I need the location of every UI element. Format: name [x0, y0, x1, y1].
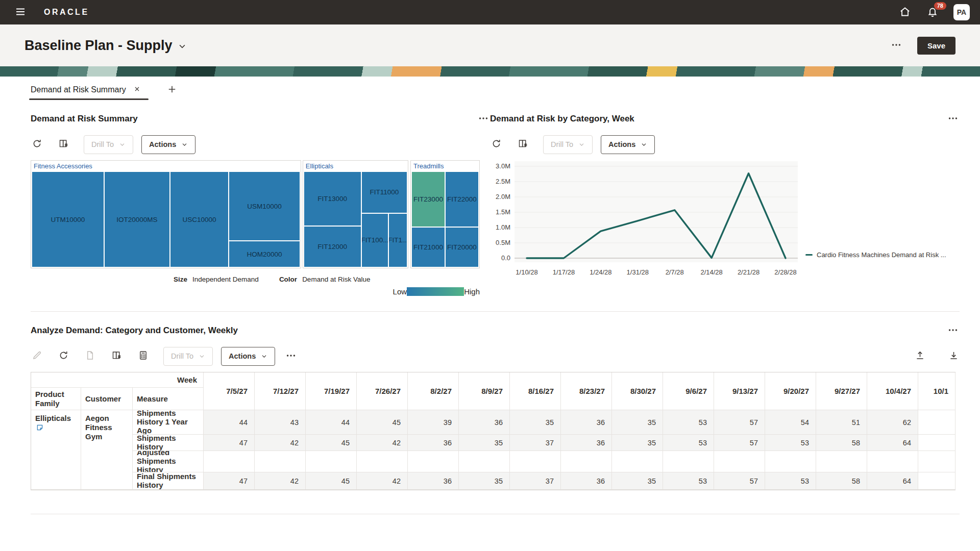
value-cell[interactable]: 42	[255, 472, 306, 490]
value-cell[interactable]: 58	[816, 472, 867, 490]
value-cell[interactable]: 35	[510, 410, 561, 435]
value-cell[interactable]	[918, 410, 955, 435]
measure-label-cell[interactable]: Final Shipments History	[133, 472, 204, 490]
menu-button[interactable]	[13, 5, 28, 19]
treemap-cell[interactable]: FIT11000	[361, 171, 407, 213]
edit-button[interactable]	[31, 350, 43, 362]
notifications-button[interactable]: 78	[926, 6, 939, 19]
value-cell[interactable]	[612, 451, 663, 472]
value-cell[interactable]: 36	[561, 472, 612, 490]
product-family-cell[interactable]: Ellipticals	[31, 410, 81, 490]
value-cell[interactable]: 57	[714, 472, 765, 490]
value-cell[interactable]	[510, 451, 561, 472]
refresh-button[interactable]	[31, 138, 43, 151]
treemap-cell[interactable]: USC10000	[170, 171, 229, 267]
value-cell[interactable]	[663, 451, 714, 472]
upload-button[interactable]	[914, 350, 926, 362]
calculator-button[interactable]	[137, 350, 149, 362]
value-cell[interactable]: 35	[459, 472, 510, 490]
week-column-header[interactable]: 8/16/27	[510, 372, 561, 410]
value-cell[interactable]: 36	[561, 410, 612, 435]
treemap-cell[interactable]: FIT22000	[445, 171, 479, 227]
value-cell[interactable]	[918, 451, 955, 472]
table-overflow-button[interactable]	[946, 324, 960, 337]
treemap-cell[interactable]: USM10000	[229, 171, 300, 241]
value-cell[interactable]: 45	[306, 472, 357, 490]
value-cell[interactable]: 53	[765, 472, 816, 490]
week-column-header[interactable]: 10/1	[918, 372, 955, 410]
treemap-cell[interactable]: FIT20000	[445, 227, 479, 267]
view-data-button[interactable]	[517, 138, 529, 151]
value-cell[interactable]: 35	[612, 435, 663, 451]
actions-button[interactable]: Actions	[221, 347, 275, 366]
value-cell[interactable]	[816, 451, 867, 472]
treemap-cell[interactable]: FIT23000	[411, 171, 445, 227]
refresh-button[interactable]	[57, 350, 69, 362]
week-column-header[interactable]: 8/9/27	[459, 372, 510, 410]
treemap-cell[interactable]: FIT100...	[361, 213, 389, 267]
value-cell[interactable]	[357, 451, 408, 472]
value-cell[interactable]	[867, 451, 918, 472]
value-cell[interactable]: 54	[765, 410, 816, 435]
week-column-header[interactable]: 7/5/27	[204, 372, 255, 410]
customer-cell[interactable]: Aegon Fitness Gym	[81, 410, 133, 490]
value-cell[interactable]: 53	[765, 435, 816, 451]
value-cell[interactable]: 35	[612, 472, 663, 490]
value-cell[interactable]	[714, 451, 765, 472]
value-cell[interactable]	[204, 451, 255, 472]
value-cell[interactable]: 37	[510, 472, 561, 490]
week-column-header[interactable]: 10/4/27	[867, 372, 918, 410]
value-cell[interactable]	[306, 451, 357, 472]
tab-demand-at-risk-summary[interactable]: Demand at Risk Summary	[31, 79, 149, 101]
week-column-header[interactable]: 9/13/27	[714, 372, 765, 410]
treemap-cell[interactable]: FIT12000	[304, 226, 361, 267]
value-cell[interactable]	[918, 435, 955, 451]
week-column-header[interactable]: 7/26/27	[357, 372, 408, 410]
home-button[interactable]	[898, 6, 912, 19]
treemap-overflow-button[interactable]	[477, 112, 490, 126]
value-cell[interactable]: 35	[459, 435, 510, 451]
week-column-header[interactable]: 9/20/27	[765, 372, 816, 410]
drill-to-button[interactable]: Drill To	[543, 135, 593, 154]
value-cell[interactable]	[918, 472, 955, 490]
treemap-cell[interactable]: FIT1...	[388, 213, 407, 267]
value-cell[interactable]: 44	[204, 410, 255, 435]
value-cell[interactable]: 44	[306, 410, 357, 435]
value-cell[interactable]: 45	[357, 410, 408, 435]
actions-button[interactable]: Actions	[601, 135, 655, 154]
value-cell[interactable]: 37	[510, 435, 561, 451]
value-cell[interactable]	[459, 451, 510, 472]
value-cell[interactable]: 36	[408, 472, 459, 490]
value-cell[interactable]: 53	[663, 472, 714, 490]
treemap-cell[interactable]: FIT21000	[411, 227, 445, 267]
value-cell[interactable]: 45	[306, 435, 357, 451]
value-cell[interactable]	[408, 451, 459, 472]
week-column-header[interactable]: 8/2/27	[408, 372, 459, 410]
value-cell[interactable]: 57	[714, 435, 765, 451]
week-column-header[interactable]: 7/12/27	[255, 372, 306, 410]
week-column-header[interactable]: 9/6/27	[663, 372, 714, 410]
header-overflow-button[interactable]	[890, 39, 903, 52]
value-cell[interactable]: 39	[408, 410, 459, 435]
value-cell[interactable]: 36	[561, 435, 612, 451]
avatar[interactable]: PA	[953, 4, 970, 20]
week-column-header[interactable]: 8/23/27	[561, 372, 612, 410]
refresh-button[interactable]	[490, 138, 502, 151]
value-cell[interactable]: 35	[612, 410, 663, 435]
value-cell[interactable]: 47	[204, 472, 255, 490]
value-cell[interactable]: 58	[816, 435, 867, 451]
value-cell[interactable]: 53	[663, 410, 714, 435]
chart-overflow-button[interactable]	[946, 112, 960, 126]
value-cell[interactable]: 42	[357, 435, 408, 451]
value-cell[interactable]: 53	[663, 435, 714, 451]
treemap-cell[interactable]: UTM10000	[32, 171, 104, 267]
measure-label-cell[interactable]: Shipments History	[133, 435, 204, 451]
treemap-cell[interactable]: IOT20000MS	[104, 171, 170, 267]
note-button[interactable]	[84, 350, 96, 362]
view-data-button[interactable]	[110, 350, 122, 362]
measure-label-cell[interactable]: Adjusted Shipments History	[133, 451, 204, 472]
week-column-header[interactable]: 8/30/27	[612, 372, 663, 410]
value-cell[interactable]: 62	[867, 410, 918, 435]
value-cell[interactable]	[561, 451, 612, 472]
toolbar-overflow-button[interactable]	[284, 349, 298, 363]
